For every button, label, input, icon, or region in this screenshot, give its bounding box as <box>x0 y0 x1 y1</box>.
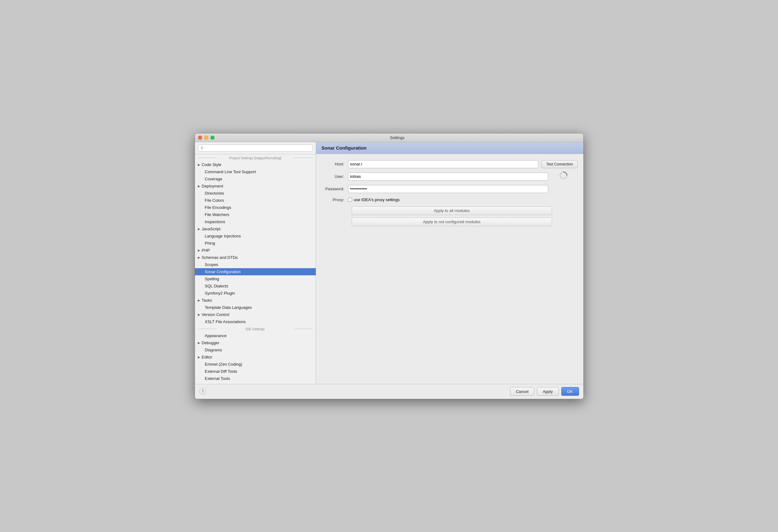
bottom-buttons: Cancel Apply OK <box>510 387 579 396</box>
sidebar-item-label: Schemas and DTDs <box>202 255 238 260</box>
sidebar-item-coverage[interactable]: Coverage <box>195 175 316 182</box>
apply-all-button[interactable]: Apply to all modules <box>352 206 552 215</box>
arrow-icon: ▶ <box>197 256 201 259</box>
proxy-row: Proxy: use IDEA's proxy settings <box>322 197 578 202</box>
sidebar: ⚲ Project Settings [HappyRecruiting]▶Cod… <box>195 142 316 384</box>
minimize-button[interactable] <box>204 136 208 140</box>
sidebar-item-sql-dialects[interactable]: SQL Dialects <box>195 282 316 290</box>
search-icon: ⚲ <box>201 146 203 150</box>
sidebar-item-javascript[interactable]: ▶JavaScript <box>195 225 316 233</box>
proxy-checkbox-label[interactable]: use IDEA's proxy settings <box>354 197 400 202</box>
test-connection-button[interactable]: Test Connection <box>541 160 577 168</box>
sidebar-item-label: Debugger <box>202 341 220 345</box>
sidebar-item-label: PHP <box>202 248 210 253</box>
sidebar-item-label: Spelling <box>205 277 219 281</box>
content-area: ⚲ Project Settings [HappyRecruiting]▶Cod… <box>195 142 584 384</box>
help-button[interactable]: ? <box>199 388 206 395</box>
sidebar-item-debugger[interactable]: ▶Debugger <box>195 339 316 346</box>
apply-not-configured-button[interactable]: Apply to not configured modules <box>352 217 552 226</box>
sidebar-item-file-watchers[interactable]: File Watchers <box>195 211 316 218</box>
main-panel: Sonar Configuration Host: Test Connectio… <box>316 142 584 384</box>
cancel-button[interactable]: Cancel <box>510 387 534 396</box>
sidebar-item-label: Code Style <box>202 162 222 167</box>
sidebar-item-label: Template Data Languages <box>205 305 252 310</box>
password-label: Password: <box>322 187 348 191</box>
sidebar-item-spelling[interactable]: Spelling <box>195 275 316 282</box>
arrow-icon: ▶ <box>197 298 201 302</box>
arrow-icon: ▶ <box>197 184 201 188</box>
sidebar-item-directories[interactable]: Directories <box>195 190 316 197</box>
sidebar-item-editor[interactable]: ▶Editor <box>195 354 316 361</box>
window-title: Settings <box>215 135 580 140</box>
password-input[interactable] <box>348 185 548 193</box>
sidebar-item-scopes[interactable]: Scopes <box>195 261 316 268</box>
sidebar-item-label: Coverage <box>205 177 222 181</box>
sidebar-item-schemas-and-dtds[interactable]: ▶Schemas and DTDs <box>195 254 316 261</box>
sidebar-item-label: JavaScript <box>202 227 221 231</box>
sidebar-item-label: Deployment <box>202 184 223 188</box>
sidebar-item-inspections[interactable]: Inspections <box>195 218 316 225</box>
sidebar-item-label: Emmet (Zen Coding) <box>205 362 242 367</box>
maximize-button[interactable] <box>211 136 215 140</box>
arrow-icon: ▶ <box>197 249 201 252</box>
loading-spinner <box>559 171 568 180</box>
titlebar: Settings <box>195 134 584 142</box>
section-header-24: IDE Settings <box>195 325 316 332</box>
user-input[interactable] <box>348 173 548 181</box>
arrow-icon: ▶ <box>197 355 201 359</box>
sidebar-item-label: External Diff Tools <box>205 369 237 374</box>
arrow-icon: ▶ <box>197 163 201 166</box>
sidebar-item-appearance[interactable]: Appearance <box>195 332 316 339</box>
sidebar-item-external-diff-tools[interactable]: External Diff Tools <box>195 368 316 375</box>
proxy-checkbox[interactable] <box>348 198 352 202</box>
sidebar-item-label: Editor <box>202 355 212 359</box>
sidebar-item-tasks[interactable]: ▶Tasks <box>195 297 316 304</box>
host-input[interactable] <box>348 160 539 168</box>
search-input-wrapper[interactable]: ⚲ <box>198 145 313 152</box>
apply-button[interactable]: Apply <box>537 387 559 396</box>
sidebar-item-version-control[interactable]: ▶Version Control <box>195 311 316 318</box>
sidebar-item-template-data-languages[interactable]: Template Data Languages <box>195 304 316 311</box>
section-header-0: Project Settings [HappyRecruiting] <box>195 154 316 161</box>
sidebar-item-label: Version Control <box>202 312 229 317</box>
sidebar-item-file-encodings[interactable]: File Encodings <box>195 204 316 211</box>
panel-content: Host: Test Connection User: Password: Pr… <box>316 154 584 384</box>
sidebar-item-deployment[interactable]: ▶Deployment <box>195 182 316 190</box>
host-label: Host: <box>322 162 348 166</box>
sidebar-item-symfony2-plugin[interactable]: Symfony2 Plugin <box>195 290 316 297</box>
arrow-icon: ▶ <box>197 313 201 316</box>
sidebar-item-xslt-file-associations[interactable]: XSLT File Associations <box>195 318 316 325</box>
sidebar-item-diagrams[interactable]: Diagrams <box>195 346 316 354</box>
sidebar-item-command-line-tool-support[interactable]: Command Line Tool Support <box>195 168 316 175</box>
sidebar-item-label: File Encodings <box>205 205 231 210</box>
arrow-icon: ▶ <box>197 227 201 231</box>
settings-window: Settings ⚲ Project Settings [HappyRecrui… <box>194 133 584 399</box>
sidebar-item-php[interactable]: ▶PHP <box>195 247 316 254</box>
close-button[interactable] <box>198 136 202 140</box>
panel-title: Sonar Configuration <box>322 145 578 151</box>
sidebar-item-label: Sonar Configuration <box>205 269 241 274</box>
sidebar-item-label: Scopes <box>205 262 218 267</box>
sidebar-item-label: Appearance <box>205 333 227 338</box>
sidebar-item-external-tools[interactable]: External Tools <box>195 375 316 382</box>
ok-button[interactable]: OK <box>561 387 579 396</box>
sidebar-item-label: External Tools <box>205 376 230 381</box>
sidebar-item-label: File Watchers <box>205 212 229 217</box>
password-row: Password: <box>322 185 578 193</box>
proxy-checkbox-wrapper[interactable]: use IDEA's proxy settings <box>348 197 400 202</box>
search-input[interactable] <box>205 146 310 150</box>
sidebar-item-label: Tasks <box>202 298 212 302</box>
sidebar-item-label: SQL Dialects <box>205 284 228 288</box>
traffic-lights <box>198 136 215 140</box>
host-row: Host: Test Connection <box>322 160 578 168</box>
sidebar-item-phing[interactable]: Phing <box>195 240 316 247</box>
sidebar-item-emmet-(zen-coding)[interactable]: Emmet (Zen Coding) <box>195 361 316 368</box>
sidebar-item-file-colors[interactable]: File Colors <box>195 197 316 204</box>
apply-all-row: Apply to all modules <box>322 206 578 215</box>
sidebar-item-code-style[interactable]: ▶Code Style <box>195 161 316 168</box>
sidebar-item-language-injections[interactable]: Language Injections <box>195 233 316 240</box>
panel-header: Sonar Configuration <box>316 142 584 154</box>
sidebar-item-sonar-configuration[interactable]: Sonar Configuration <box>195 268 316 275</box>
sidebar-item-label: Command Line Tool Support <box>205 169 256 174</box>
sidebar-item-label: Diagrams <box>205 348 222 352</box>
